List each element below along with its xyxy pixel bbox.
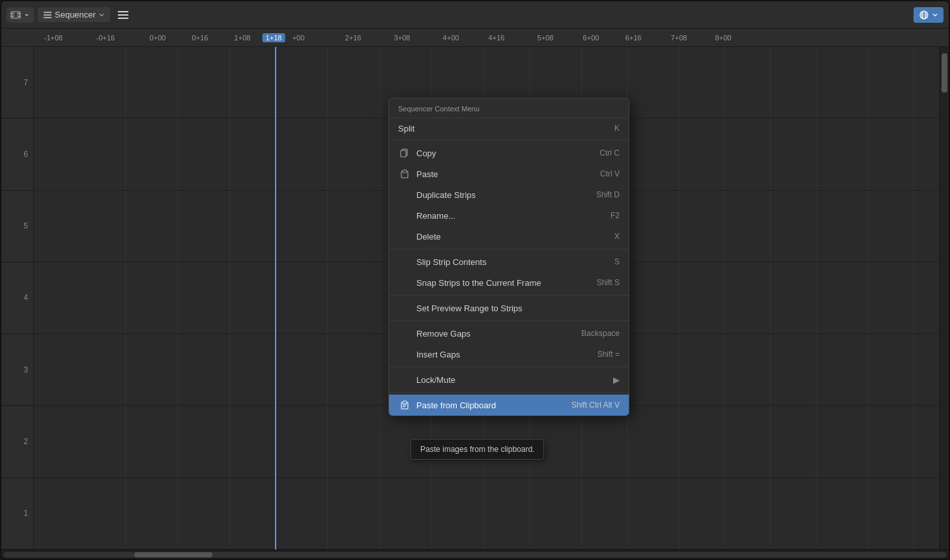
menu-item-set-preview-range[interactable]: Set Preview Range to Strips bbox=[389, 298, 629, 318]
clipboard-icon bbox=[398, 399, 411, 412]
submenu-arrow-icon: ▶ bbox=[613, 375, 620, 385]
chevron-down-icon bbox=[23, 12, 30, 18]
menu-item-slip-strip-shortcut: S bbox=[614, 257, 620, 266]
header-left: Sequencer bbox=[7, 7, 132, 23]
menu-item-lock-mute-label: Lock/Mute bbox=[416, 375, 608, 385]
sequencer-label: Sequencer bbox=[55, 10, 96, 20]
ruler-mark: 8+00 bbox=[715, 34, 732, 42]
no-icon-rename bbox=[398, 209, 411, 222]
no-icon-snap bbox=[398, 276, 411, 289]
menu-item-paste-from-clipboard-shortcut: Shift Ctrl Alt V bbox=[571, 400, 620, 410]
hamburger-menu-button[interactable] bbox=[114, 8, 132, 21]
editor-type-button[interactable] bbox=[7, 7, 34, 23]
no-icon-placeholder bbox=[398, 188, 411, 201]
no-icon-lock bbox=[398, 373, 411, 386]
header-right bbox=[914, 7, 943, 23]
scrollbar-thumb[interactable] bbox=[134, 552, 212, 557]
tooltip: Paste images from the clipboard. bbox=[410, 439, 544, 460]
copy-icon bbox=[398, 147, 411, 160]
separator-2 bbox=[389, 249, 629, 249]
menu-item-rename-shortcut: F2 bbox=[611, 211, 620, 220]
dropdown-arrow-icon bbox=[98, 12, 105, 18]
track-label-7: 7 bbox=[1, 47, 33, 119]
menu-item-split-label: Split bbox=[398, 124, 614, 133]
hamburger-line-1 bbox=[118, 11, 128, 12]
hamburger-line-2 bbox=[118, 14, 128, 16]
track-label-4: 4 bbox=[1, 262, 33, 334]
menu-item-copy[interactable]: Copy Ctrl C bbox=[389, 143, 629, 163]
track-row-1 bbox=[34, 478, 940, 550]
ruler-mark: -1+08 bbox=[44, 34, 63, 42]
separator-1 bbox=[389, 140, 629, 141]
playhead bbox=[275, 47, 276, 550]
globe-button[interactable] bbox=[914, 7, 943, 23]
menu-item-paste-from-clipboard[interactable]: Paste from Clipboard Shift Ctrl Alt V bbox=[389, 395, 629, 415]
ruler-mark: 0+00 bbox=[150, 34, 166, 42]
menu-item-copy-label: Copy bbox=[416, 148, 599, 158]
menu-item-delete[interactable]: Delete X bbox=[389, 226, 629, 247]
separator-3 bbox=[389, 295, 629, 296]
menu-item-insert-gaps[interactable]: Insert Gaps Shift = bbox=[389, 344, 629, 365]
svg-rect-7 bbox=[44, 12, 51, 13]
menu-item-copy-shortcut: Ctrl C bbox=[599, 148, 620, 158]
ruler-mark-active: 1+18 bbox=[263, 33, 285, 42]
menu-item-lock-mute[interactable]: Lock/Mute ▶ bbox=[389, 369, 629, 390]
no-icon-slip bbox=[398, 255, 411, 268]
separator-4 bbox=[389, 320, 629, 321]
menu-item-rename-label: Rename... bbox=[416, 211, 611, 221]
menu-item-insert-gaps-label: Insert Gaps bbox=[416, 350, 597, 359]
menu-item-delete-shortcut: X bbox=[614, 232, 620, 241]
track-label-2: 2 bbox=[1, 406, 33, 477]
svg-rect-9 bbox=[44, 17, 51, 18]
context-menu: Sequencer Context Menu Split K Copy Ctrl… bbox=[388, 98, 629, 416]
menu-item-rename[interactable]: Rename... F2 bbox=[389, 205, 629, 226]
menu-item-duplicate-strips-shortcut: Shift D bbox=[596, 190, 620, 199]
ruler-mark: 3+08 bbox=[394, 34, 410, 42]
menu-item-paste[interactable]: Paste Ctrl V bbox=[389, 163, 629, 184]
menu-item-split-shortcut: K bbox=[614, 124, 620, 133]
paste-icon bbox=[398, 167, 411, 180]
track-label-6: 6 bbox=[1, 119, 33, 190]
svg-rect-0 bbox=[11, 12, 20, 18]
vertical-scrollbar[interactable] bbox=[940, 47, 949, 550]
menu-item-snap-strips[interactable]: Snap Strips to the Current Frame Shift S bbox=[389, 272, 629, 293]
svg-rect-18 bbox=[403, 170, 407, 173]
ruler-mark: 7+08 bbox=[671, 34, 687, 42]
context-menu-title: Sequencer Context Menu bbox=[389, 98, 629, 119]
ruler-mark: 6+00 bbox=[583, 34, 599, 42]
list-icon bbox=[43, 10, 52, 20]
ruler-mark: 2+16 bbox=[345, 34, 362, 42]
vertical-scrollbar-thumb[interactable] bbox=[942, 53, 947, 92]
film-icon bbox=[10, 10, 21, 20]
separator-5 bbox=[389, 367, 629, 367]
menu-item-snap-strips-shortcut: Shift S bbox=[597, 278, 620, 287]
no-icon-insert-gaps bbox=[398, 348, 411, 361]
menu-item-slip-strip[interactable]: Slip Strip Contents S bbox=[389, 251, 629, 272]
menu-item-paste-shortcut: Ctrl V bbox=[600, 169, 620, 178]
menu-item-slip-strip-label: Slip Strip Contents bbox=[416, 257, 614, 267]
svg-rect-3 bbox=[18, 13, 20, 14]
ruler-mark: 5+08 bbox=[538, 34, 554, 42]
timeline-ruler: -1+08 -0+16 0+00 0+16 1+08 1+18 +00 2+16… bbox=[1, 29, 949, 47]
horizontal-scrollbar[interactable] bbox=[1, 550, 949, 559]
menu-item-duplicate-strips-label: Duplicate Strips bbox=[416, 190, 596, 200]
menu-item-remove-gaps-label: Remove Gaps bbox=[416, 329, 581, 339]
no-icon-remove-gaps bbox=[398, 327, 411, 340]
menu-item-remove-gaps[interactable]: Remove Gaps Backspace bbox=[389, 323, 629, 344]
tooltip-text: Paste images from the clipboard. bbox=[420, 445, 534, 454]
menu-item-duplicate-strips[interactable]: Duplicate Strips Shift D bbox=[389, 184, 629, 205]
sequencer-dropdown[interactable]: Sequencer bbox=[38, 7, 110, 22]
menu-item-split[interactable]: Split K bbox=[389, 119, 629, 138]
svg-rect-8 bbox=[44, 14, 51, 16]
main-window: Sequencer bbox=[0, 0, 950, 560]
globe-icon bbox=[919, 10, 929, 20]
no-icon-preview bbox=[398, 301, 411, 315]
svg-rect-20 bbox=[403, 401, 407, 404]
menu-item-insert-gaps-shortcut: Shift = bbox=[597, 350, 620, 359]
menu-item-remove-gaps-shortcut: Backspace bbox=[581, 329, 620, 338]
hamburger-line-3 bbox=[118, 18, 128, 19]
svg-rect-16 bbox=[401, 150, 406, 157]
ruler-mark: 1+08 bbox=[235, 34, 251, 42]
track-labels: 7 6 5 4 3 2 1 bbox=[1, 47, 34, 550]
globe-chevron-icon bbox=[932, 12, 938, 18]
